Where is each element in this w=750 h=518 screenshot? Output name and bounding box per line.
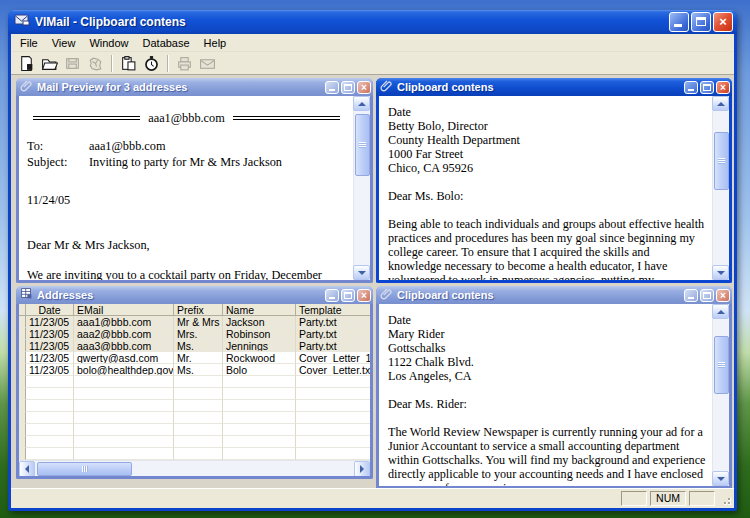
letter-line: 1122 Chalk Blvd. <box>388 355 706 369</box>
table-cell <box>296 400 370 412</box>
scroll-thumb[interactable] <box>714 336 729 394</box>
table-row[interactable]: 11/23/05aaa1@bbb.comMr & MrsJacksonParty… <box>19 316 370 328</box>
letter-blank-line <box>388 203 706 217</box>
window-mail-preview: Mail Preview for 3 addresses × aaa1@bbb.… <box>16 78 373 283</box>
table-cell <box>26 448 74 460</box>
close-button[interactable]: × <box>716 81 730 94</box>
app-window: VIMail - Clipboard contens × FileViewWin… <box>8 10 737 511</box>
clipboard-titlebar[interactable]: Clipboard contens × <box>376 286 732 304</box>
menu-item-help[interactable]: Help <box>197 36 234 50</box>
table-cell <box>74 436 174 448</box>
column-header-email[interactable]: EMail <box>74 304 174 316</box>
row-selector-cell <box>19 340 26 352</box>
table-cell <box>26 412 74 424</box>
to-field: To: aaa1@bbb.com <box>27 138 346 154</box>
table-cell <box>296 376 370 388</box>
paste-clipboard-icon[interactable] <box>117 53 140 74</box>
menu-item-file[interactable]: File <box>13 36 45 50</box>
addresses-titlebar[interactable]: Addresses × <box>16 286 373 304</box>
close-button[interactable]: × <box>716 289 730 302</box>
table-cell: qwerty@asd.com <box>74 352 174 364</box>
table-cell: Ms. <box>174 364 223 376</box>
window-addresses: Addresses × DateEMailPrefixNameTemplate1… <box>16 286 373 479</box>
horizontal-scrollbar[interactable] <box>19 460 370 476</box>
menu-item-view[interactable]: View <box>45 36 83 50</box>
resize-grip[interactable] <box>717 491 732 506</box>
maximize-button[interactable] <box>691 12 711 32</box>
table-row[interactable]: 11/23/05qwerty@asd.comMr.RockwoodCover_L… <box>19 352 370 364</box>
empty-table-row <box>19 424 370 436</box>
window-title: Addresses <box>37 289 323 301</box>
minimize-button[interactable] <box>669 12 689 32</box>
toolbar <box>11 52 734 75</box>
row-selector-cell <box>19 436 26 448</box>
menu-bar: FileViewWindowDatabaseHelp <box>11 34 734 52</box>
table-cell: Party.txt <box>296 328 370 340</box>
menu-item-window[interactable]: Window <box>82 36 135 50</box>
app-titlebar[interactable]: VIMail - Clipboard contens × <box>8 10 737 34</box>
table-cell <box>174 388 223 400</box>
maximize-button[interactable] <box>341 81 355 94</box>
table-cell <box>26 400 74 412</box>
column-header-template[interactable]: Template <box>296 304 370 316</box>
table-header-row: DateEMailPrefixNameTemplate <box>19 304 370 316</box>
toolbar-separator <box>111 55 113 72</box>
minimize-button[interactable] <box>325 81 339 94</box>
column-header-date[interactable]: Date <box>26 304 74 316</box>
scroll-down-button[interactable] <box>353 265 370 280</box>
minimize-button[interactable] <box>325 289 339 302</box>
scroll-thumb[interactable] <box>714 132 729 190</box>
vertical-scrollbar[interactable] <box>712 304 729 486</box>
window-clipboard-top: Clipboard contens × DateBetty Bolo, Dire… <box>376 78 732 283</box>
clipboard-titlebar[interactable]: Clipboard contens × <box>376 78 732 96</box>
menu-item-database[interactable]: Database <box>136 36 197 50</box>
scroll-thumb[interactable] <box>37 462 132 476</box>
close-button[interactable]: × <box>713 12 733 32</box>
close-button[interactable]: × <box>357 81 371 94</box>
print-icon <box>173 53 196 74</box>
address-header: aaa1@bbb.com <box>140 110 233 126</box>
table-row[interactable]: 11/23/05bolo@healthdep.govMs.BoloCover_L… <box>19 364 370 376</box>
mdi-area: Mail Preview for 3 addresses × aaa1@bbb.… <box>11 75 734 488</box>
table-cell <box>174 436 223 448</box>
table-cell <box>296 424 370 436</box>
vertical-scrollbar[interactable] <box>712 96 729 280</box>
letter-blank-line <box>388 411 706 425</box>
empty-table-row <box>19 436 370 448</box>
scroll-thumb[interactable] <box>355 114 370 176</box>
scroll-down-button[interactable] <box>712 471 729 486</box>
scroll-up-button[interactable] <box>712 96 729 111</box>
letter-date: 11/24/05 <box>27 192 346 208</box>
table-cell: Party.txt <box>296 316 370 328</box>
table-cell: Jackson <box>223 316 296 328</box>
table-cell: 11/23/05 <box>26 316 74 328</box>
scroll-right-button[interactable] <box>354 461 370 476</box>
vertical-scrollbar[interactable] <box>353 96 370 280</box>
status-bar: NUM <box>11 488 734 508</box>
letter-line: Betty Bolo, Director <box>388 119 706 133</box>
scroll-up-button[interactable] <box>353 96 370 111</box>
maximize-button[interactable] <box>700 289 714 302</box>
column-header-name[interactable]: Name <box>223 304 296 316</box>
table-cell: bolo@healthdep.gov <box>74 364 174 376</box>
close-button[interactable]: × <box>357 289 371 302</box>
table-row[interactable]: 11/23/05aaa3@bbb.comMs.JenningsParty.txt <box>19 340 370 352</box>
scroll-down-button[interactable] <box>712 265 729 280</box>
table-cell: 11/23/05 <box>26 340 74 352</box>
maximize-button[interactable] <box>700 81 714 94</box>
clock-icon[interactable] <box>140 53 163 74</box>
table-cell: Mr & Mrs <box>174 316 223 328</box>
scroll-left-button[interactable] <box>19 461 35 476</box>
new-document-icon[interactable] <box>15 53 38 74</box>
maximize-button[interactable] <box>341 289 355 302</box>
minimize-button[interactable] <box>684 81 698 94</box>
minimize-button[interactable] <box>684 289 698 302</box>
row-selector-cell <box>19 352 26 364</box>
table-cell <box>74 388 174 400</box>
column-header-prefix[interactable]: Prefix <box>174 304 223 316</box>
table-cell: Ms. <box>174 340 223 352</box>
scroll-up-button[interactable] <box>712 304 729 319</box>
open-folder-icon[interactable] <box>38 53 61 74</box>
table-row[interactable]: 11/23/05aaa2@bbb.comMrs.RobinsonParty.tx… <box>19 328 370 340</box>
mail-preview-titlebar[interactable]: Mail Preview for 3 addresses × <box>16 78 373 96</box>
